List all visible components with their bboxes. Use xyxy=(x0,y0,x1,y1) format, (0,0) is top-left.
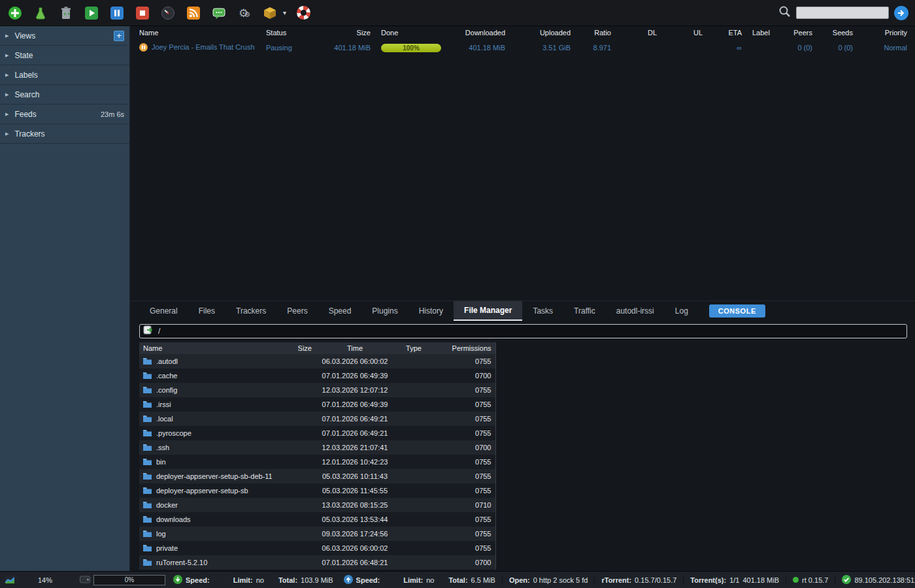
search-go-button[interactable] xyxy=(894,6,908,20)
sidebar-item-feeds[interactable]: ▶Feeds23m 6s xyxy=(0,105,129,124)
progress-label: 100% xyxy=(403,44,420,52)
torrent-column-header-seeds[interactable]: Seeds xyxy=(818,26,858,39)
file-row[interactable]: .pyroscope07.01.2026 06:49:210755 xyxy=(139,426,495,440)
file-row[interactable]: private06.03.2026 06:00:020755 xyxy=(139,541,495,555)
file-name-cell: .ssh xyxy=(139,440,288,455)
tab-traffic[interactable]: Traffic xyxy=(563,301,606,321)
path-bar[interactable]: / xyxy=(139,324,907,338)
torrent-row[interactable]: Joey Percia - Emails That Crush Pausing … xyxy=(130,39,915,56)
sidebar-item-trackers[interactable]: ▶Trackers xyxy=(0,124,129,144)
tab-tasks[interactable]: Tasks xyxy=(522,301,563,321)
plugins-dropdown-arrow-icon[interactable]: ▾ xyxy=(283,9,286,16)
file-row[interactable]: .ssh12.03.2026 21:07:410700 xyxy=(139,440,495,455)
sidebar-item-search[interactable]: ▶Search xyxy=(0,85,129,105)
file-row[interactable]: .local07.01.2026 06:49:210755 xyxy=(139,412,495,426)
torrent-name: Joey Percia - Emails That Crush xyxy=(152,43,255,51)
torrent-column-header-priority[interactable]: Priority xyxy=(858,26,915,39)
tab-files[interactable]: Files xyxy=(188,301,225,321)
torrent-column-header-name[interactable]: Name xyxy=(130,26,261,39)
file-row[interactable]: .irssi07.01.2026 06:49:390755 xyxy=(139,397,495,412)
tab-plugins[interactable]: Plugins xyxy=(361,301,408,321)
torrent-ratio-cell: 8.971 xyxy=(576,39,616,56)
torrent-downloaded-cell: 401.18 MiB xyxy=(444,39,510,56)
torrent-done-cell: 100% xyxy=(376,39,444,56)
file-row[interactable]: deployer-appserver-setup-sb-deb-1105.03.… xyxy=(139,469,495,483)
sidebar-item-labels[interactable]: ▶Labels xyxy=(0,65,129,85)
torrent-column-header-downloaded[interactable]: Downloaded xyxy=(444,26,510,39)
file-time-cell: 05.03.2026 10:11:43 xyxy=(316,469,394,483)
pause-icon[interactable] xyxy=(108,5,125,22)
file-name-cell: .irssi xyxy=(139,397,288,412)
file-row[interactable]: bin12.01.2026 10:42:230755 xyxy=(139,455,495,469)
stop-icon[interactable] xyxy=(134,5,151,22)
fm-column-header-name[interactable]: Name xyxy=(139,342,288,354)
torrent-column-header-size[interactable]: Size xyxy=(326,26,376,39)
torrent-column-header-done[interactable]: Done xyxy=(376,26,444,39)
tab-trackers[interactable]: Trackers xyxy=(225,301,276,321)
torrent-column-header-label[interactable]: Label xyxy=(747,26,777,39)
chat-icon[interactable] xyxy=(210,5,227,22)
add-view-button[interactable]: + xyxy=(114,31,124,41)
file-size-cell xyxy=(288,440,316,455)
settings-gears-icon[interactable]: ⚙⚙ xyxy=(236,5,253,22)
tab-log[interactable]: Log xyxy=(665,301,699,321)
file-name-cell: .local xyxy=(139,412,288,426)
file-name: .cache xyxy=(156,372,177,380)
file-name: .autodl xyxy=(156,357,178,365)
torrent-column-header-status[interactable]: Status xyxy=(261,26,326,39)
download-total-value: 103.9 MiB xyxy=(301,576,333,584)
file-size-cell xyxy=(288,426,316,440)
file-row[interactable]: .cache07.01.2026 06:49:390700 xyxy=(139,368,495,383)
file-size-cell xyxy=(288,512,316,527)
tab-speed[interactable]: Speed xyxy=(318,301,362,321)
torrent-column-header-eta[interactable]: ETA xyxy=(708,26,747,39)
torrent-dl-cell xyxy=(616,39,662,56)
throttle-gauge-icon[interactable] xyxy=(159,5,176,22)
fm-column-header-time[interactable]: Time xyxy=(316,342,394,354)
expander-arrow-icon: ▶ xyxy=(5,131,8,137)
file-row[interactable]: deployer-appserver-setup-sb05.03.2026 11… xyxy=(139,483,495,498)
navigate-icon[interactable] xyxy=(143,325,154,337)
tab-file-manager[interactable]: File Manager xyxy=(454,301,522,321)
torrent-eta-cell: ∞ xyxy=(708,39,747,56)
file-row[interactable]: ruTorrent-5.2.1007.01.2026 06:48:210700 xyxy=(139,555,495,570)
file-row[interactable]: .autodl06.03.2026 06:00:020755 xyxy=(139,354,495,368)
file-row[interactable]: log09.03.2026 17:24:560755 xyxy=(139,527,495,541)
file-row[interactable]: downloads05.03.2026 13:53:440755 xyxy=(139,512,495,527)
sidebar-item-state[interactable]: ▶State xyxy=(0,46,129,65)
tab-peers[interactable]: Peers xyxy=(276,301,318,321)
flask-icon[interactable] xyxy=(32,5,49,22)
torrent-column-header-peers[interactable]: Peers xyxy=(777,26,818,39)
file-name: log xyxy=(156,530,166,538)
start-icon[interactable] xyxy=(83,5,100,22)
file-size-cell xyxy=(288,555,316,570)
tab-console[interactable]: CONSOLE xyxy=(709,304,765,318)
torrent-table: NameStatusSizeDoneDownloadedUploadedRati… xyxy=(130,26,915,56)
tab-autodl-irssi[interactable]: autodl-irssi xyxy=(606,301,665,321)
tab-history[interactable]: History xyxy=(408,301,454,321)
folder-icon xyxy=(143,444,152,452)
torrent-column-header-ul[interactable]: UL xyxy=(662,26,708,39)
hash-progress-segment: 0% xyxy=(80,575,165,585)
tab-general[interactable]: General xyxy=(139,301,188,321)
remove-torrent-icon[interactable] xyxy=(58,5,75,22)
torrent-column-header-ratio[interactable]: Ratio xyxy=(576,26,616,39)
torrent-column-header-dl[interactable]: DL xyxy=(616,26,662,39)
file-row[interactable]: docker13.03.2026 08:15:250710 xyxy=(139,498,495,512)
fm-column-header-size[interactable]: Size xyxy=(288,342,316,354)
file-name: downloads xyxy=(156,515,191,523)
file-name: .config xyxy=(156,386,177,394)
plugins-package-icon[interactable] xyxy=(261,5,278,22)
open-connections-segment: Open: 0 http 2 sock 5 fd xyxy=(502,576,588,584)
search-input[interactable] xyxy=(796,7,889,19)
fm-column-header-permissions[interactable]: Permissions xyxy=(433,342,495,354)
file-row[interactable]: .config12.03.2026 12:07:120755 xyxy=(139,383,495,397)
torrent-column-header-uploaded[interactable]: Uploaded xyxy=(510,26,576,39)
file-name: docker xyxy=(156,501,178,509)
rss-icon[interactable] xyxy=(185,5,202,22)
help-lifebuoy-icon[interactable] xyxy=(295,5,312,22)
file-name-cell: docker xyxy=(139,498,288,512)
add-torrent-icon[interactable] xyxy=(7,5,24,22)
fm-column-header-type[interactable]: Type xyxy=(394,342,433,354)
sidebar-item-views[interactable]: ▶Views+ xyxy=(0,26,129,46)
